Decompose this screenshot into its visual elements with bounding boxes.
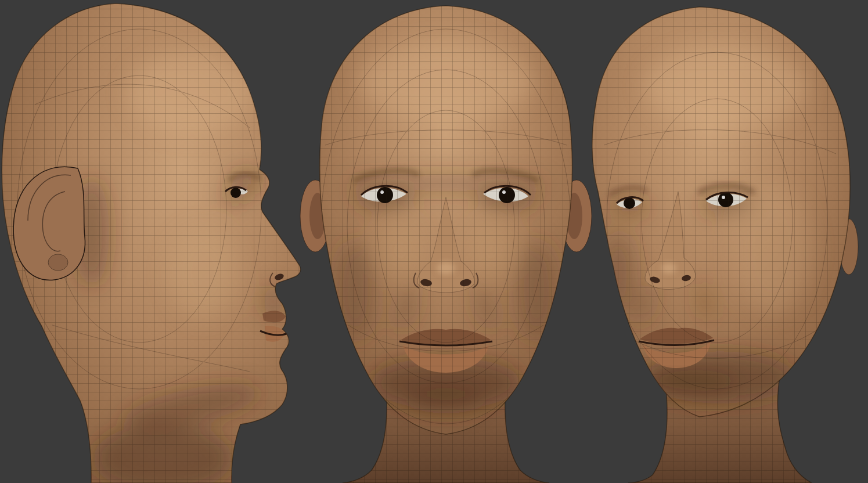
viewport-canvas (0, 0, 868, 483)
sculpt-viewport[interactable] (0, 0, 868, 483)
ear-lobe (48, 254, 68, 271)
